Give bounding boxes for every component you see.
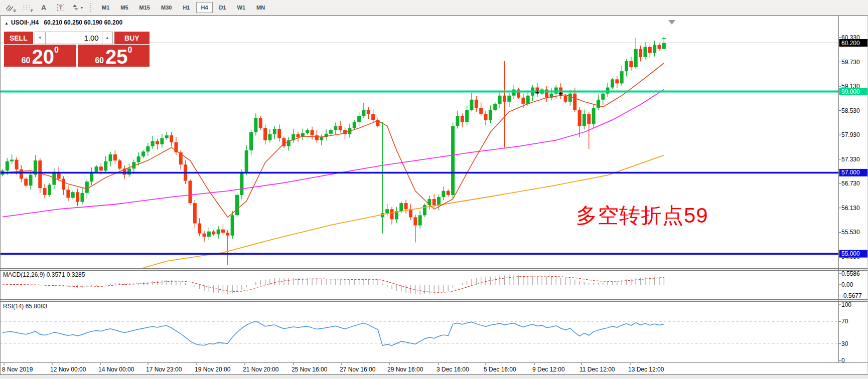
svg-text:27 Nov 16:00: 27 Nov 16:00 bbox=[340, 366, 376, 373]
buy-price-point: 0 bbox=[127, 46, 132, 55]
svg-text:21 Nov 20:00: 21 Nov 20:00 bbox=[243, 366, 279, 373]
collapse-arrow-icon[interactable]: ▲ bbox=[5, 21, 9, 26]
toolbar-tools: EFAT▾ bbox=[0, 2, 85, 14]
svg-text:11 Dec 12:00: 11 Dec 12:00 bbox=[580, 366, 615, 373]
svg-text:3 Dec 16:00: 3 Dec 16:00 bbox=[437, 366, 469, 373]
hatch-lines-icon[interactable]: E bbox=[2, 2, 17, 14]
arrow-objects-icon[interactable]: ▾ bbox=[70, 2, 85, 14]
timeframe-h4[interactable]: H4 bbox=[196, 2, 212, 13]
svg-text:12 Nov 00:00: 12 Nov 00:00 bbox=[50, 366, 86, 373]
sell-price-handle: 60 bbox=[22, 56, 31, 65]
buy-price-pips: 25 bbox=[105, 49, 128, 65]
svg-text:25 Nov 16:00: 25 Nov 16:00 bbox=[292, 366, 328, 373]
svg-text:17 Nov 23:00: 17 Nov 23:00 bbox=[146, 366, 182, 373]
svg-text:5 Dec 16:00: 5 Dec 16:00 bbox=[484, 366, 516, 373]
svg-text:56.730: 56.730 bbox=[841, 180, 860, 187]
svg-text:59.000: 59.000 bbox=[841, 88, 860, 95]
symbol-timeframe-label: USOil-,H4 bbox=[11, 19, 39, 26]
sell-button[interactable]: SELL bbox=[4, 32, 33, 44]
timeframe-m5[interactable]: M5 bbox=[116, 2, 132, 13]
timeframe-m30[interactable]: M30 bbox=[157, 2, 176, 13]
timeframe-m15[interactable]: M15 bbox=[135, 2, 155, 13]
toolbar: EFAT▾ M1M5M15M30H1H4D1W1MN bbox=[0, 0, 868, 16]
svg-text:9 Dec 12:00: 9 Dec 12:00 bbox=[532, 366, 565, 373]
toolbar-separator bbox=[90, 3, 93, 12]
svg-text:70: 70 bbox=[841, 318, 848, 325]
svg-text:57.930: 57.930 bbox=[841, 131, 860, 138]
macd-indicator-label: MACD(12,26,9) 0.3571 0.3285 bbox=[3, 271, 85, 278]
svg-text:13 Dec 12:00: 13 Dec 12:00 bbox=[628, 366, 664, 373]
svg-text:8 Nov 2019: 8 Nov 2019 bbox=[2, 366, 33, 373]
svg-text:59.730: 59.730 bbox=[841, 59, 860, 66]
chart-annotation-text[interactable]: 多空转折点59 bbox=[576, 202, 708, 230]
svg-text:0.00: 0.00 bbox=[841, 281, 853, 288]
volume-decrease-button[interactable]: ▼ bbox=[35, 32, 46, 44]
buy-price-panel[interactable]: 60250 bbox=[78, 45, 150, 67]
sell-price-point: 0 bbox=[54, 46, 59, 55]
timeframe-m1[interactable]: M1 bbox=[97, 2, 114, 13]
volume-increase-button[interactable]: ▲ bbox=[102, 32, 113, 44]
svg-text:57.330: 57.330 bbox=[841, 156, 860, 163]
svg-text:0.5586: 0.5586 bbox=[841, 270, 860, 277]
svg-text:100: 100 bbox=[841, 301, 851, 308]
svg-text:56.130: 56.130 bbox=[841, 205, 860, 212]
timeframe-buttons: M1M5M15M30H1H4D1W1MN bbox=[97, 2, 271, 13]
one-click-trading-widget: SELL ▼ ▲ BUY 60200 60250 bbox=[4, 32, 150, 67]
timeframe-d1[interactable]: D1 bbox=[215, 2, 231, 13]
timeframe-h1[interactable]: H1 bbox=[178, 2, 194, 13]
svg-text:19 Nov 20:00: 19 Nov 20:00 bbox=[195, 366, 231, 373]
svg-text:58.530: 58.530 bbox=[841, 107, 860, 114]
ohlc-values: 60.210 60.250 60.190 60.200 bbox=[44, 19, 122, 26]
rsi-indicator-label: RSI(14) 65.8083 bbox=[3, 303, 47, 310]
svg-text:55.530: 55.530 bbox=[841, 229, 860, 236]
text-box-icon[interactable]: T bbox=[53, 2, 68, 14]
svg-text:29 Nov 16:00: 29 Nov 16:00 bbox=[387, 366, 423, 373]
svg-text:60.200: 60.200 bbox=[841, 40, 860, 47]
volume-input[interactable] bbox=[46, 32, 102, 44]
volume-spinner: ▼ ▲ bbox=[35, 32, 113, 44]
svg-text:57.000: 57.000 bbox=[841, 169, 860, 176]
svg-text:30: 30 bbox=[841, 340, 848, 347]
timeframe-mn[interactable]: MN bbox=[252, 2, 269, 13]
grid-icon[interactable]: F bbox=[19, 2, 34, 14]
buy-button[interactable]: BUY bbox=[114, 32, 150, 44]
svg-text:-0.5677: -0.5677 bbox=[841, 292, 862, 299]
svg-text:14 Nov 00:00: 14 Nov 00:00 bbox=[98, 366, 134, 373]
svg-text:55.000: 55.000 bbox=[841, 250, 860, 257]
timeframe-w1[interactable]: W1 bbox=[233, 2, 250, 13]
sell-price-panel[interactable]: 60200 bbox=[4, 45, 76, 67]
sell-price-pips: 20 bbox=[32, 49, 54, 65]
symbol-header: ▲USOil-,H460.210 60.250 60.190 60.200 bbox=[5, 19, 122, 26]
text-label-icon[interactable]: A bbox=[36, 2, 51, 14]
buy-price-handle: 60 bbox=[95, 56, 104, 65]
